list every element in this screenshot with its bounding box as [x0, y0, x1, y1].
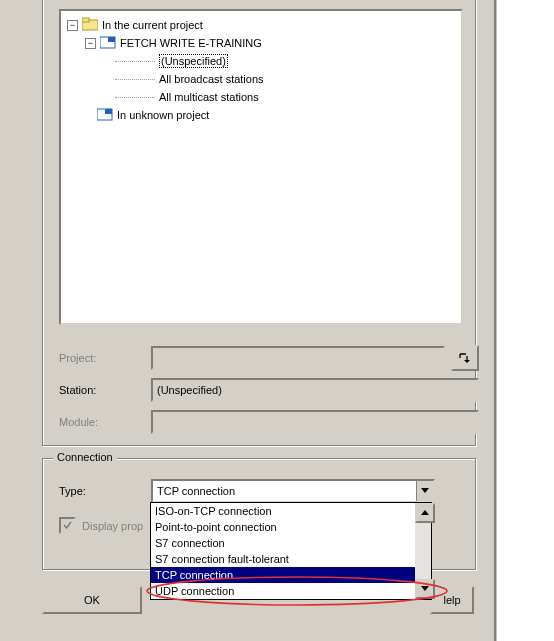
- dropdown-items: ISO-on-TCP connection Point-to-point con…: [151, 503, 415, 599]
- tree-row-root[interactable]: − In the current project: [67, 17, 455, 33]
- row-station: Station: (Unspecified): [59, 377, 479, 403]
- row-project: Project:: [59, 345, 479, 371]
- tree-row-unknown[interactable]: In unknown project: [67, 107, 455, 123]
- group-connection-partner: Connection Partner − In the current proj…: [42, 0, 476, 446]
- label-type: Type:: [59, 485, 151, 497]
- folder-icon: [82, 17, 98, 33]
- dropdown-option[interactable]: S7 connection fault-tolerant: [151, 551, 415, 567]
- project-icon: [97, 107, 113, 123]
- browse-button[interactable]: [451, 345, 479, 371]
- label-station: Station:: [59, 384, 151, 396]
- tree-connector: [115, 97, 155, 98]
- scroll-down-icon[interactable]: [415, 579, 435, 599]
- dropdown-option[interactable]: S7 connection: [151, 535, 415, 551]
- dropdown-scrollbar[interactable]: [415, 503, 431, 599]
- dropdown-option[interactable]: Point-to-point connection: [151, 519, 415, 535]
- svg-rect-3: [108, 37, 115, 42]
- tree-row-item[interactable]: (Unspecified): [67, 53, 455, 69]
- tree-row-item[interactable]: All broadcast stations: [67, 71, 455, 87]
- scroll-track[interactable]: [415, 523, 431, 579]
- tree-label-unknown: In unknown project: [117, 109, 209, 121]
- project-icon: [100, 35, 116, 51]
- browse-icon: [458, 351, 472, 365]
- row-module: Module:: [59, 409, 479, 435]
- tree-view[interactable]: − In the current project − FETCH WRITE E…: [59, 9, 463, 325]
- ok-button[interactable]: OK: [42, 586, 142, 614]
- field-project: [151, 346, 445, 370]
- field-module: [151, 410, 479, 434]
- svg-rect-5: [105, 109, 112, 114]
- dialog-window: Connection Partner − In the current proj…: [22, 0, 496, 641]
- tree-row-project[interactable]: − FETCH WRITE E-TRAINING: [67, 35, 455, 51]
- tree-connector: [115, 79, 155, 80]
- display-properties-checkbox-row: Display prop: [59, 517, 143, 534]
- label-module: Module:: [59, 416, 151, 428]
- svg-rect-1: [82, 18, 89, 22]
- dropdown-option[interactable]: UDP connection: [151, 583, 415, 599]
- tree-row-item[interactable]: All multicast stations: [67, 89, 455, 105]
- tree-connector: [115, 61, 155, 62]
- tree-label-project: FETCH WRITE E-TRAINING: [120, 37, 262, 49]
- tree-label-multicast: All multicast stations: [159, 91, 259, 103]
- chevron-down-icon[interactable]: [416, 481, 433, 501]
- check-icon: [63, 521, 72, 530]
- dropdown-option-selected[interactable]: TCP connection: [151, 567, 415, 583]
- display-properties-checkbox[interactable]: [59, 517, 76, 534]
- group-connection-legend: Connection: [53, 451, 117, 463]
- field-station: (Unspecified): [151, 378, 479, 402]
- tree-label-unspecified: (Unspecified): [159, 54, 228, 68]
- scroll-up-icon[interactable]: [415, 503, 435, 523]
- tree-label-broadcast: All broadcast stations: [159, 73, 264, 85]
- display-properties-label: Display prop: [82, 520, 143, 532]
- type-dropdown-list[interactable]: ISO-on-TCP connection Point-to-point con…: [150, 502, 432, 600]
- expander-minus-icon[interactable]: −: [67, 20, 78, 31]
- dropdown-option[interactable]: ISO-on-TCP connection: [151, 503, 415, 519]
- help-button[interactable]: lelp: [430, 586, 474, 614]
- expander-minus-icon[interactable]: −: [85, 38, 96, 49]
- tree-label-root: In the current project: [102, 19, 203, 31]
- label-project: Project:: [59, 352, 151, 364]
- right-margin: [496, 0, 554, 641]
- type-combobox-text: TCP connection: [153, 481, 416, 501]
- type-combobox[interactable]: TCP connection: [151, 479, 435, 503]
